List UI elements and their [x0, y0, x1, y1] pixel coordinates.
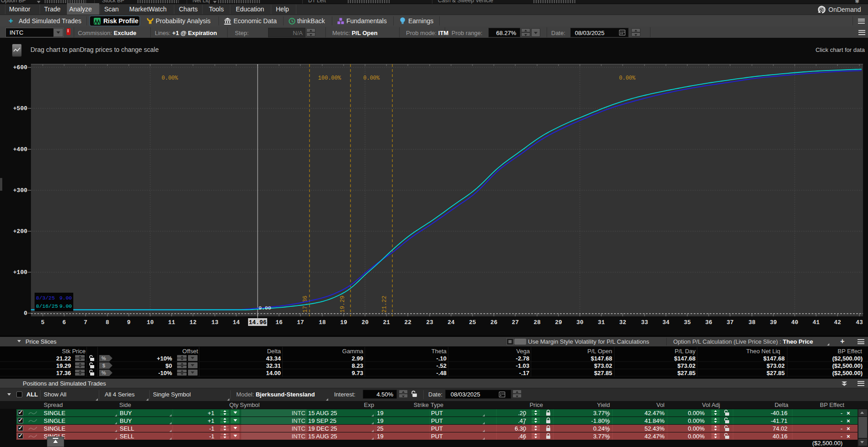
svg-text:33: 33	[641, 319, 648, 326]
svg-text:22: 22	[404, 319, 411, 326]
svg-text:0: 0	[24, 310, 27, 317]
svg-text:6: 6	[62, 319, 66, 326]
svg-text:9: 9	[127, 319, 131, 326]
svg-text:19.29: 19.29	[340, 295, 346, 313]
svg-text:%: %	[102, 356, 106, 361]
svg-text:28: 28	[533, 319, 541, 326]
svg-text:25: 25	[469, 319, 476, 326]
svg-text:38: 38	[748, 319, 756, 326]
svg-text:43: 43	[856, 319, 863, 326]
svg-text:21.22: 21.22	[381, 295, 388, 313]
svg-text:12: 12	[189, 319, 197, 326]
svg-text:26: 26	[490, 319, 497, 326]
svg-text:20: 20	[361, 319, 369, 326]
svg-text:7: 7	[84, 319, 87, 326]
svg-text:35: 35	[684, 319, 691, 326]
svg-text:17: 17	[297, 319, 304, 326]
svg-text:18: 18	[319, 319, 326, 326]
svg-text:32: 32	[619, 319, 626, 326]
svg-text:30: 30	[576, 319, 584, 326]
svg-text:19: 19	[340, 319, 347, 326]
svg-text:100.00%: 100.00%	[318, 75, 341, 81]
svg-text:37: 37	[726, 319, 734, 326]
svg-text:0.00%: 0.00%	[363, 75, 380, 81]
svg-text:36: 36	[705, 319, 712, 326]
svg-text:31: 31	[598, 319, 605, 326]
svg-text:$: $	[102, 363, 105, 368]
svg-text:27: 27	[512, 319, 519, 326]
svg-text:5: 5	[41, 319, 45, 326]
svg-text:0.00%: 0.00%	[162, 75, 178, 81]
svg-text:+600: +600	[13, 64, 27, 71]
svg-text:14: 14	[233, 319, 240, 326]
svg-text:+400: +400	[13, 146, 27, 153]
svg-text:23: 23	[426, 319, 433, 326]
svg-text:34: 34	[662, 319, 670, 326]
svg-text:+200: +200	[13, 228, 27, 235]
svg-text:+300: +300	[13, 187, 27, 194]
svg-text:40: 40	[791, 319, 798, 326]
svg-text:10: 10	[147, 319, 154, 326]
svg-text:14.96: 14.96	[249, 319, 266, 326]
svg-text:+100: +100	[13, 269, 27, 276]
svg-text:16: 16	[275, 319, 283, 326]
svg-text:8/16/25: 8/16/25	[36, 303, 58, 309]
svg-text:42: 42	[834, 319, 841, 326]
svg-text:8: 8	[106, 319, 109, 326]
svg-text:39: 39	[770, 319, 777, 326]
svg-text:29: 29	[555, 319, 562, 326]
svg-text:13: 13	[211, 319, 218, 326]
svg-text:+500: +500	[13, 105, 27, 112]
svg-text:9.00: 9.00	[259, 305, 271, 311]
svg-text:21: 21	[383, 319, 390, 326]
svg-text:41: 41	[812, 319, 820, 326]
svg-text:8/3/25: 8/3/25	[36, 295, 55, 301]
svg-text:24: 24	[447, 319, 455, 326]
svg-text:0.00%: 0.00%	[619, 75, 636, 81]
svg-text:9.00: 9.00	[59, 303, 72, 309]
svg-text:9.00: 9.00	[59, 295, 72, 301]
svg-text:11: 11	[168, 319, 175, 326]
svg-text:%: %	[102, 370, 106, 376]
